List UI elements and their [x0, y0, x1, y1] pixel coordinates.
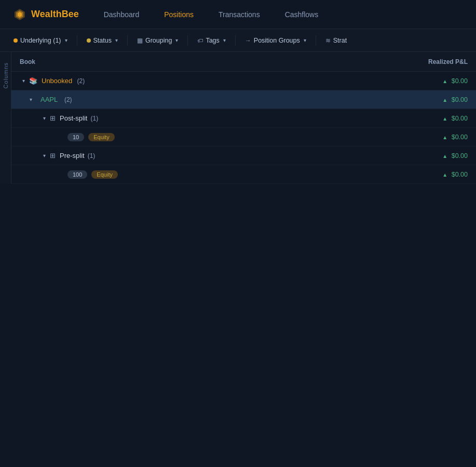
underlying-dot — [13, 38, 18, 43]
pre-split-count: (1) — [88, 152, 96, 159]
post-split-count: (1) — [90, 115, 98, 122]
main-content: Columns Book Realized P&L ▾ 📚 Unbooked (… — [0, 52, 476, 184]
post-split-detail-realized: ▲ $0.00 — [385, 134, 468, 141]
unbooked-icon: 📚 — [29, 77, 37, 85]
post-split-equity-tag: Equity — [88, 133, 115, 141]
status-chevron-icon: ▾ — [115, 37, 118, 43]
col-realized-header: Realized P&L — [385, 58, 468, 65]
row-book-pre-split: ▾ ⊞ Pre-split (1) — [40, 152, 385, 159]
row-book-aapl: ▾ AAPL (2) — [27, 96, 385, 103]
row-book-post-split-detail: 10 Equity — [67, 133, 385, 141]
divider-2 — [127, 35, 128, 46]
grouping-label: Grouping — [145, 37, 172, 44]
columns-label[interactable]: Columns — [3, 62, 9, 88]
unbooked-label: Unbooked — [42, 77, 72, 85]
filter-underlying[interactable]: Underlying (1) ▾ — [8, 35, 73, 46]
filter-strat[interactable]: ≋ Strat — [320, 35, 352, 46]
nav-cashflows[interactable]: Cashflows — [285, 10, 319, 19]
post-split-qty-tag: 10 — [67, 133, 84, 141]
tags-icon: 🏷 — [197, 37, 203, 44]
row-book-pre-split-detail: 100 Equity — [67, 170, 385, 179]
strat-label: Strat — [333, 37, 347, 44]
nav-transactions[interactable]: Transactions — [219, 10, 260, 19]
aapl-label: AAPL — [40, 96, 58, 103]
underlying-label: Underlying (1) — [20, 37, 61, 44]
aapl-realized: ▲ $0.00 — [385, 96, 468, 103]
divider-1 — [77, 35, 77, 46]
divider-4 — [235, 35, 236, 46]
post-split-label: Post-split — [60, 114, 87, 122]
logo-icon — [12, 7, 27, 22]
navbar: WealthBee Dashboard Positions Transactio… — [0, 0, 476, 29]
pre-split-label: Pre-split — [60, 152, 85, 159]
logo[interactable]: WealthBee — [12, 7, 79, 22]
pre-split-grid-icon: ⊞ — [50, 152, 56, 159]
position-groups-label: Position Groups — [254, 37, 300, 44]
unbooked-count: (2) — [75, 77, 85, 85]
post-split-grid-icon: ⊞ — [50, 114, 56, 122]
post-split-detail-up-arrow-icon: ▲ — [442, 135, 447, 140]
expand-post-split-icon[interactable]: ▾ — [40, 115, 48, 121]
table-row[interactable]: ▾ AAPL (2) ▲ $0.00 — [11, 90, 476, 109]
table-row[interactable]: ▾ ⊞ Pre-split (1) ▲ $0.00 — [11, 146, 476, 165]
table-header: Book Realized P&L — [11, 52, 476, 72]
position-groups-chevron-icon: ▾ — [304, 37, 306, 43]
pre-split-up-arrow-icon: ▲ — [442, 153, 447, 159]
aapl-up-arrow-icon: ▲ — [442, 97, 447, 103]
pre-split-qty-tag: 100 — [67, 170, 87, 179]
post-split-up-arrow-icon: ▲ — [442, 116, 447, 122]
row-book-post-split: ▾ ⊞ Post-split (1) — [40, 114, 385, 122]
pre-split-pnl-value: $0.00 — [452, 152, 468, 159]
table-row[interactable]: ▾ 📚 Unbooked (2) ▲ $0.00 — [11, 72, 476, 90]
nav-positions[interactable]: Positions — [164, 10, 194, 19]
post-split-detail-pnl-value: $0.00 — [452, 134, 468, 141]
position-groups-icon: → — [245, 37, 251, 44]
unbooked-realized: ▲ $0.00 — [385, 77, 468, 85]
expand-unbooked-icon[interactable]: ▾ — [20, 78, 27, 84]
unbooked-up-arrow-icon: ▲ — [442, 78, 447, 84]
row-book-unbooked: ▾ 📚 Unbooked (2) — [20, 77, 385, 85]
table-row[interactable]: 10 Equity ▲ $0.00 — [11, 128, 476, 146]
nav-links: Dashboard Positions Transactions Cashflo… — [104, 10, 319, 19]
table-container: Book Realized P&L ▾ 📚 Unbooked (2) ▲ $0.… — [11, 52, 476, 184]
expand-aapl-icon[interactable]: ▾ — [27, 97, 34, 102]
tags-label: Tags — [206, 37, 219, 44]
pre-split-realized: ▲ $0.00 — [385, 152, 468, 159]
grouping-icon: ▦ — [137, 37, 143, 44]
pre-split-detail-pnl-value: $0.00 — [452, 171, 468, 178]
filter-position-groups[interactable]: → Position Groups ▾ — [240, 35, 311, 46]
nav-dashboard[interactable]: Dashboard — [104, 10, 140, 19]
status-dot — [87, 38, 91, 43]
aapl-count: (2) — [61, 96, 72, 103]
filter-bar: Underlying (1) ▾ Status ▾ ▦ Grouping ▾ 🏷… — [0, 29, 476, 52]
divider-5 — [316, 35, 316, 46]
strat-icon: ≋ — [325, 37, 331, 44]
expand-pre-split-icon[interactable]: ▾ — [40, 153, 48, 158]
grouping-chevron-icon: ▾ — [175, 37, 178, 43]
pre-split-detail-realized: ▲ $0.00 — [385, 171, 468, 178]
post-split-pnl-value: $0.00 — [452, 115, 468, 122]
tags-chevron-icon: ▾ — [223, 37, 226, 43]
filter-tags[interactable]: 🏷 Tags ▾ — [192, 35, 230, 46]
table-row[interactable]: 100 Equity ▲ $0.00 — [11, 165, 476, 184]
status-label: Status — [93, 37, 112, 44]
columns-sidebar[interactable]: Columns — [0, 52, 11, 184]
table-body: ▾ 📚 Unbooked (2) ▲ $0.00 ▾ AAPL (2) — [11, 72, 476, 184]
divider-3 — [187, 35, 188, 46]
filter-grouping[interactable]: ▦ Grouping ▾ — [132, 35, 183, 46]
post-split-realized: ▲ $0.00 — [385, 115, 468, 122]
table-row[interactable]: ▾ ⊞ Post-split (1) ▲ $0.00 — [11, 109, 476, 128]
pre-split-equity-tag: Equity — [91, 170, 118, 179]
col-book-header: Book — [20, 58, 385, 65]
underlying-chevron-icon: ▾ — [65, 37, 67, 43]
aapl-pnl-value: $0.00 — [452, 96, 468, 103]
filter-status[interactable]: Status ▾ — [81, 35, 123, 46]
unbooked-pnl-value: $0.00 — [452, 77, 468, 85]
pre-split-detail-up-arrow-icon: ▲ — [442, 172, 447, 178]
logo-text: WealthBee — [31, 9, 79, 20]
